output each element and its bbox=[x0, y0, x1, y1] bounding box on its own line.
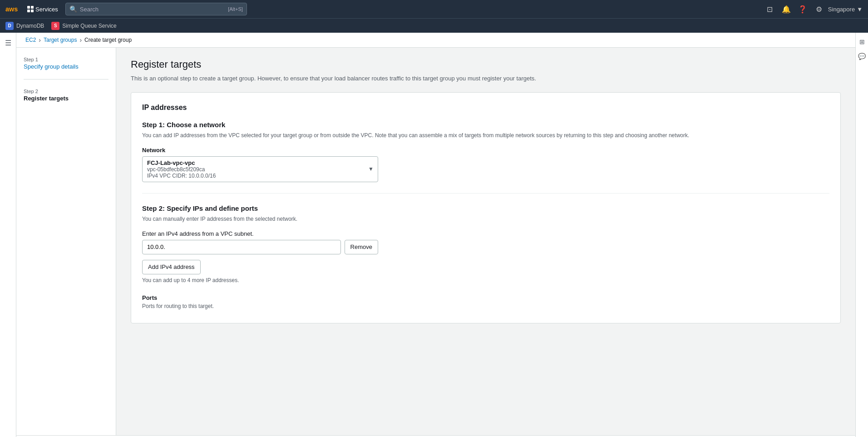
remove-button[interactable]: Remove bbox=[345, 240, 378, 254]
nav-icons: ⊡ 🔔 ❓ ⚙ Singapore ▼ bbox=[763, 2, 863, 16]
notifications-button[interactable]: 🔔 bbox=[779, 2, 794, 16]
top-navigation: aws Services 🔍 [Alt+S] ⊡ 🔔 ❓ ⚙ Singapore… bbox=[0, 0, 868, 18]
grid-icon bbox=[27, 6, 34, 12]
breadcrumb-ec2[interactable]: EC2 bbox=[25, 37, 36, 43]
ip-input-row: Remove bbox=[142, 240, 378, 254]
dynamodb-label: DynamoDB bbox=[16, 23, 44, 29]
right-sidebar-view-btn[interactable]: ⊞ bbox=[857, 36, 868, 47]
network-select[interactable]: FCJ-Lab-vpc-vpc vpc-05bdfecb8c5f209ca IP… bbox=[142, 156, 378, 182]
hamburger-icon: ☰ bbox=[5, 39, 11, 47]
feedback-icon: 💬 bbox=[858, 53, 866, 60]
step-divider bbox=[24, 79, 108, 79]
sqs-label: Simple Queue Service bbox=[62, 23, 116, 29]
main-wrapper: ☰ EC2 › Target groups › Create target gr… bbox=[0, 33, 868, 437]
vpc-cidr: IPv4 VPC CIDR: 10.0.0.0/16 bbox=[147, 173, 364, 179]
question-icon: ❓ bbox=[798, 5, 807, 14]
region-label: Singapore bbox=[828, 6, 855, 13]
aws-logo[interactable]: aws bbox=[5, 5, 20, 14]
chevron-down-icon: ▼ bbox=[857, 6, 863, 13]
ports-section: Ports Ports for routing to this target. bbox=[142, 294, 829, 309]
section-divider bbox=[142, 193, 829, 194]
step-1-title[interactable]: Specify group details bbox=[24, 63, 108, 70]
step-2-label: Step 2 bbox=[24, 89, 108, 94]
right-sidebar: ⊞ 💬 bbox=[855, 33, 868, 437]
page-description: This is an optional step to create a tar… bbox=[131, 74, 841, 83]
breadcrumb-current: Create target group bbox=[84, 37, 132, 43]
search-input[interactable] bbox=[80, 6, 225, 13]
support-button[interactable]: ❓ bbox=[795, 2, 810, 16]
footer: © 2024, Amazon Web Services, Inc. or its… bbox=[16, 435, 855, 437]
network-select-wrapper: FCJ-Lab-vpc-vpc vpc-05bdfecb8c5f209ca IP… bbox=[142, 156, 378, 182]
add-ip-helper: You can add up to 4 more IP addresses. bbox=[142, 277, 829, 283]
vpc-id: vpc-05bdfecb8c5f209ca bbox=[147, 166, 364, 173]
step1-title: Step 1: Choose a network bbox=[142, 121, 829, 129]
region-button[interactable]: Singapore ▼ bbox=[828, 6, 863, 13]
step-1-item: Step 1 Specify group details bbox=[24, 57, 108, 70]
ip-input[interactable] bbox=[142, 240, 341, 254]
search-shortcut: [Alt+S] bbox=[228, 6, 243, 12]
page-title: Register targets bbox=[131, 59, 841, 70]
dynamodb-icon: D bbox=[5, 22, 14, 30]
gear-icon: ⚙ bbox=[816, 5, 822, 14]
step1-section: Step 1: Choose a network You can add IP … bbox=[142, 121, 829, 182]
sidebar-menu-button[interactable]: ☰ bbox=[2, 36, 15, 49]
ports-label: Ports bbox=[142, 294, 829, 301]
network-label: Network bbox=[142, 147, 829, 154]
breadcrumb: EC2 › Target groups › Create target grou… bbox=[16, 33, 855, 48]
right-sidebar-feedback-btn[interactable]: 💬 bbox=[857, 51, 868, 62]
ip-addresses-panel: IP addresses Step 1: Choose a network Yo… bbox=[131, 92, 841, 323]
breadcrumb-sep-1: › bbox=[39, 36, 41, 44]
step2-description: You can manually enter IP addresses from… bbox=[142, 215, 829, 223]
step2-title: Step 2: Specify IPs and define ports bbox=[142, 204, 829, 212]
ports-helper: Ports for routing to this target. bbox=[142, 303, 829, 309]
vpc-name: FCJ-Lab-vpc-vpc bbox=[147, 159, 364, 166]
step1-description: You can add IP addresses from the VPC se… bbox=[142, 131, 829, 139]
dynamodb-tab[interactable]: D DynamoDB bbox=[5, 20, 44, 32]
content-area: EC2 › Target groups › Create target grou… bbox=[16, 33, 855, 437]
panel-title: IP addresses bbox=[142, 104, 829, 112]
step2-section: Step 2: Specify IPs and define ports You… bbox=[142, 204, 829, 309]
view-icon: ⊞ bbox=[859, 38, 865, 45]
svg-text:aws: aws bbox=[5, 5, 18, 13]
sqs-tab[interactable]: S Simple Queue Service bbox=[51, 20, 116, 32]
step-2-item: Step 2 Register targets bbox=[24, 89, 108, 102]
second-nav: D DynamoDB S Simple Queue Service bbox=[0, 18, 868, 33]
bell-icon: 🔔 bbox=[782, 5, 791, 14]
sidebar: ☰ bbox=[0, 33, 16, 437]
step-1-label: Step 1 bbox=[24, 57, 108, 62]
services-label: Services bbox=[35, 6, 58, 13]
two-column-layout: Step 1 Specify group details Step 2 Regi… bbox=[16, 48, 855, 435]
step-2-title: Register targets bbox=[24, 95, 108, 102]
ip-label: Enter an IPv4 address from a VPC subnet. bbox=[142, 230, 829, 237]
services-button[interactable]: Services bbox=[24, 4, 62, 15]
add-ipv4-button[interactable]: Add IPv4 address bbox=[142, 260, 201, 274]
main-content: Register targets This is an optional ste… bbox=[116, 48, 855, 435]
step-navigation: Step 1 Specify group details Step 2 Regi… bbox=[16, 48, 116, 435]
sqs-icon: S bbox=[51, 22, 59, 30]
search-icon: 🔍 bbox=[69, 5, 77, 13]
search-bar: 🔍 [Alt+S] bbox=[65, 3, 247, 15]
terminal-icon: ⊡ bbox=[767, 5, 773, 14]
cloudshell-icon-button[interactable]: ⊡ bbox=[763, 2, 777, 16]
settings-button[interactable]: ⚙ bbox=[812, 2, 826, 16]
breadcrumb-sep-2: › bbox=[79, 36, 82, 44]
breadcrumb-target-groups[interactable]: Target groups bbox=[44, 37, 77, 43]
